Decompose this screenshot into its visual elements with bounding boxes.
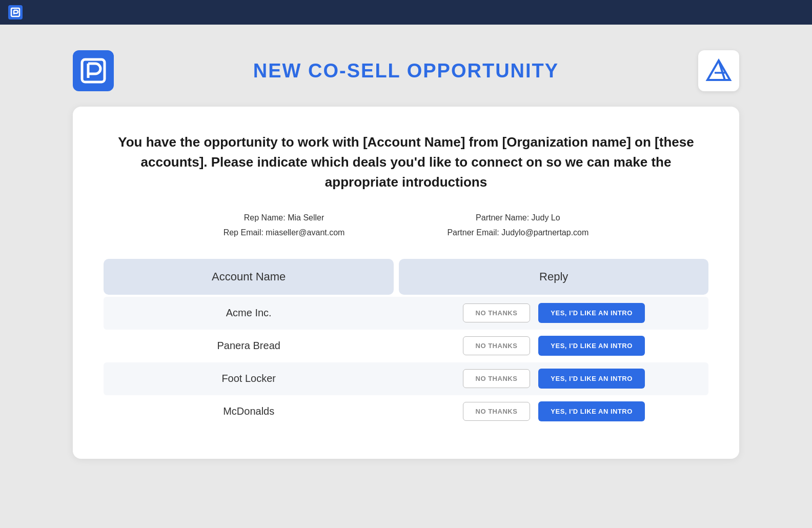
reply-cell: NO THANKS YES, I'D LIKE AN INTRO [399,362,708,395]
page-content: NEW CO-SELL OPPORTUNITY You have the opp… [0,25,812,528]
account-name-cell: McDonalds [104,397,394,425]
table-row: Panera Bread NO THANKS YES, I'D LIKE AN … [104,330,708,362]
rep-email: Rep Email: miaseller@avant.com [224,226,345,240]
yes-intro-button[interactable]: YES, I'D LIKE AN INTRO [538,401,645,421]
no-thanks-button[interactable]: NO THANKS [463,369,531,388]
page-title: NEW CO-SELL OPPORTUNITY [114,60,698,82]
table-header: Account Name Reply [104,259,708,295]
reply-cell: NO THANKS YES, I'D LIKE AN INTRO [399,297,708,329]
partner-logo-right [698,50,739,91]
yes-intro-button[interactable]: YES, I'D LIKE AN INTRO [538,303,645,323]
account-name-cell: Foot Locker [104,364,394,393]
col-header-reply: Reply [399,259,708,295]
no-thanks-button[interactable]: NO THANKS [463,402,531,421]
reply-cell: NO THANKS YES, I'D LIKE AN INTRO [399,330,708,362]
rep-info: Rep Name: Mia Seller Rep Email: miaselle… [224,211,345,240]
no-thanks-button[interactable]: NO THANKS [463,303,531,322]
main-card: You have the opportunity to work with [A… [73,107,739,459]
contact-row: Rep Name: Mia Seller Rep Email: miaselle… [104,211,708,240]
no-thanks-button[interactable]: NO THANKS [463,336,531,355]
partner-email: Partner Email: Judylo@partnertap.com [447,226,588,240]
header-row: NEW CO-SELL OPPORTUNITY [73,50,739,91]
yes-intro-button[interactable]: YES, I'D LIKE AN INTRO [538,336,645,356]
accounts-table: Account Name Reply Acme Inc. NO THANKS Y… [104,259,708,428]
table-body: Acme Inc. NO THANKS YES, I'D LIKE AN INT… [104,297,708,428]
rep-name: Rep Name: Mia Seller [224,211,345,226]
account-name-cell: Acme Inc. [104,299,394,327]
col-header-account: Account Name [104,259,394,295]
reply-cell: NO THANKS YES, I'D LIKE AN INTRO [399,395,708,428]
table-row: McDonalds NO THANKS YES, I'D LIKE AN INT… [104,395,708,428]
topbar [0,0,812,25]
account-name-cell: Panera Bread [104,332,394,360]
partnertap-logo [73,50,114,91]
partner-info: Partner Name: Judy Lo Partner Email: Jud… [447,211,588,240]
table-row: Acme Inc. NO THANKS YES, I'D LIKE AN INT… [104,297,708,330]
intro-text: You have the opportunity to work with [A… [104,132,708,192]
partner-name: Partner Name: Judy Lo [447,211,588,226]
yes-intro-button[interactable]: YES, I'D LIKE AN INTRO [538,369,645,389]
topbar-logo [8,5,23,19]
table-row: Foot Locker NO THANKS YES, I'D LIKE AN I… [104,362,708,395]
